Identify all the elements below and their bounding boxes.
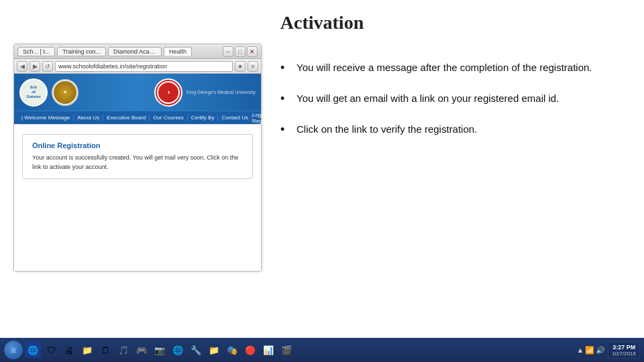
bullet-item-1: • You will receive a message after the c… (280, 60, 631, 76)
nav-login[interactable]: Login Register (252, 112, 272, 124)
taskbar-icon-13[interactable]: 🔴 (242, 342, 258, 358)
bullet-text-3: Click on the link to verify the registra… (297, 122, 477, 136)
secondary-logo: ✦ (52, 79, 78, 106)
reg-title: Online Registration (32, 141, 243, 149)
university-logo-inner: ⚕ (157, 81, 180, 104)
browser-mockup: Sch... | t... Training con... Diamond Ac… (13, 44, 262, 272)
start-button[interactable]: ⊞ (4, 341, 23, 359)
clock-time: 3:27 PM (612, 344, 636, 351)
bullet-item-3: • Click on the link to verify the regist… (280, 122, 631, 138)
tray-icon-network: 📶 (585, 346, 594, 355)
secondary-logo-inner: ✦ (54, 81, 76, 104)
taskbar: ⊞ 🌐 🛡 🖨 📁 🗒 🎵 🎮 📷 🌐 🔧 (0, 338, 644, 362)
school-logo: SchofDiabetes (19, 78, 48, 107)
system-tray: ▲ 📶 🔊 (577, 346, 606, 355)
tab-2[interactable]: Training con... (57, 47, 106, 56)
nav-about[interactable]: About Us (74, 115, 103, 121)
taskbar-icon-8[interactable]: 📷 (152, 342, 168, 358)
address-bar[interactable]: www.schoolofdiabetes.in/site/registratio… (55, 61, 233, 72)
main-content: Sch... | t... Training con... Diamond Ac… (0, 40, 644, 338)
title-area: Activation (0, 0, 644, 40)
taskbar-icon-10[interactable]: 🔧 (188, 342, 204, 358)
bullet-dot-3: • (280, 121, 294, 138)
taskbar-icon-7[interactable]: 🎮 (133, 342, 150, 358)
maximize-button[interactable]: □ (235, 46, 246, 57)
taskbar-right: ▲ 📶 🔊 3:27 PM 10/7/2016 (577, 342, 640, 359)
taskbar-icon-4[interactable]: 📁 (79, 342, 95, 358)
nav-courses[interactable]: Our Courses (150, 115, 187, 121)
nav-contact[interactable]: Contact Us (218, 115, 252, 121)
website-header: SchofDiabetes ✦ ⚕ King George's Medical … (14, 74, 261, 111)
university-name: King George's Medical University (186, 89, 256, 96)
taskbar-icon-2[interactable]: 🛡 (43, 342, 59, 358)
university-logo: ⚕ (154, 78, 182, 107)
forward-button[interactable]: ▶ (30, 61, 40, 72)
clock-date: 10/7/2016 (612, 351, 636, 357)
taskbar-icon-6[interactable]: 🎵 (115, 342, 131, 358)
taskbar-icon-ie[interactable]: 🌐 (25, 342, 41, 358)
reg-message: Your account is successfully created. Yo… (32, 154, 243, 172)
tab-4-active[interactable]: Health (164, 47, 192, 56)
tray-icon-volume: 🔊 (596, 346, 605, 355)
menu-button[interactable]: ≡ (248, 61, 258, 72)
bullet-item-2: • You will get an email with a link on y… (280, 91, 631, 107)
tab-1[interactable]: Sch... | t... (17, 47, 55, 56)
star-button[interactable]: ★ (235, 61, 246, 72)
bullet-dot-1: • (280, 60, 294, 76)
taskbar-icon-3[interactable]: 🖨 (61, 342, 77, 358)
tab-3[interactable]: Diamond Acad... (108, 47, 162, 56)
browser-controls: ◀ ▶ ↺ www.schoolofdiabetes.in/site/regis… (14, 59, 261, 74)
bullet-dot-2: • (280, 90, 294, 107)
nav-welcome[interactable]: | Welcome Message (18, 115, 74, 121)
browser-titlebar: Sch... | t... Training con... Diamond Ac… (14, 44, 261, 59)
minimize-button[interactable]: ─ (223, 46, 233, 57)
bullet-text-2: You will get an email with a link on you… (297, 91, 559, 105)
nav-bar: | Welcome Message About Us Executive Boa… (14, 111, 261, 124)
reg-content: Online Registration Your account is succ… (14, 124, 261, 271)
refresh-button[interactable]: ↺ (42, 61, 53, 72)
clock-area[interactable]: 3:27 PM 10/7/2016 (608, 342, 640, 359)
bullet-list: • You will receive a message after the c… (280, 60, 631, 154)
registration-box: Online Registration Your account is succ… (22, 134, 253, 179)
nav-board[interactable]: Executive Board (103, 115, 150, 121)
taskbar-icon-14[interactable]: 📊 (260, 342, 276, 358)
taskbar-icon-9[interactable]: 🌐 (170, 342, 186, 358)
taskbar-icon-15[interactable]: 🎬 (278, 342, 294, 358)
taskbar-icon-5[interactable]: 🗒 (97, 342, 113, 358)
page-container: Activation Sch... | t... Training con...… (0, 0, 644, 362)
address-text: www.schoolofdiabetes.in/site/registratio… (58, 63, 167, 70)
page-title: Activation (0, 12, 644, 34)
taskbar-icon-12[interactable]: 🎭 (224, 342, 240, 358)
taskbar-icon-11[interactable]: 📁 (206, 342, 222, 358)
back-button[interactable]: ◀ (17, 61, 28, 72)
nav-certify[interactable]: Certify By (188, 115, 219, 121)
bullet-text-1: You will receive a message after the com… (297, 60, 592, 74)
bullet-area: • You will receive a message after the c… (274, 40, 631, 338)
tray-icon-1: ▲ (577, 346, 584, 354)
close-button[interactable]: ✕ (247, 46, 258, 57)
